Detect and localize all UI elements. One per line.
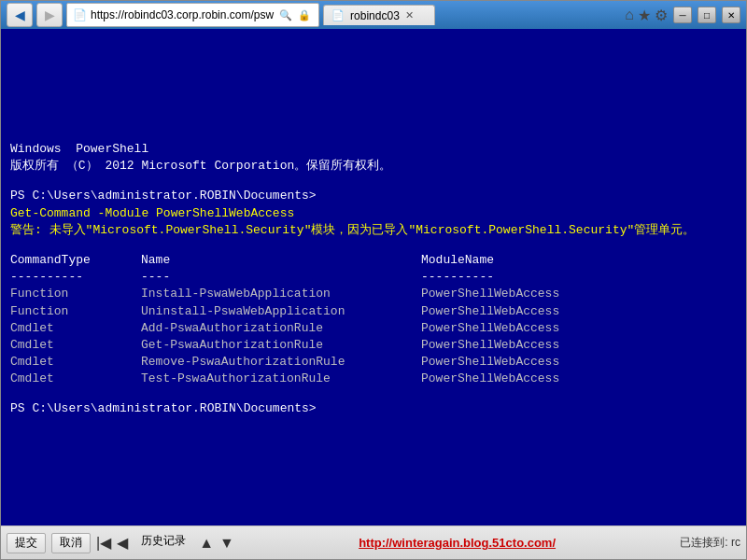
url-text: https://robindc03.corp.robin.com/psw (91, 8, 274, 21)
table-row: Cmdlet Remove-PswaAuthorizationRule Powe… (10, 354, 737, 371)
blog-link[interactable]: http://winteragain.blog.51cto.com/ (240, 536, 674, 550)
row-module: PowerShellWebAccess (421, 337, 559, 354)
ps-header2: 版权所有 （C） 2012 Microsoft Corporation。保留所有… (10, 158, 737, 175)
page-icon: 📄 (73, 8, 87, 21)
col-header-module: ModuleName (421, 252, 494, 269)
settings-icon[interactable]: ⚙ (655, 7, 668, 24)
sep1: ---------- (10, 269, 141, 286)
browser-window: ◀ ▶ 📄 https://robindc03.corp.robin.com/p… (0, 0, 747, 560)
ps-prompt1: PS C:\Users\administrator.ROBIN\Document… (10, 188, 737, 204)
col-header-type: CommandType (10, 252, 141, 269)
row-name: Install-PswaWebApplication (141, 286, 421, 302)
address-icons: 🔍 🔒 (277, 9, 313, 21)
cancel-button[interactable]: 取消 (51, 533, 91, 553)
row-name: Uninstall-PswaWebApplication (141, 303, 421, 320)
back-button[interactable]: ◀ (7, 3, 33, 27)
tab-close-button[interactable]: ✕ (405, 9, 414, 21)
table-header: CommandType Name ModuleName (10, 252, 737, 269)
search-icon[interactable]: 🔍 (277, 9, 294, 21)
history-label: 历史记录 (134, 533, 193, 553)
lock-icon: 🔒 (296, 9, 313, 21)
ps-command: Get-Command -Module PowerShellWebAccess (10, 205, 737, 222)
table-separator: ---------- ---- ---------- (10, 269, 737, 286)
statusbar: 提交 取消 |◀ ◀ 历史记录 ▲ ▼ http://winteragain.b… (1, 525, 746, 559)
row-name: Test-PswaAuthorizationRule (141, 371, 421, 387)
table-row: Cmdlet Test-PswaAuthorizationRule PowerS… (10, 371, 737, 387)
row-type: Cmdlet (10, 337, 141, 354)
col-header-name: Name (141, 252, 421, 269)
forward-button[interactable]: ▶ (36, 3, 63, 27)
ps-header1: Windows PowerShell (10, 141, 737, 158)
row-module: PowerShellWebAccess (421, 286, 559, 302)
row-module: PowerShellWebAccess (421, 354, 559, 371)
row-type: Cmdlet (10, 354, 141, 371)
row-name: Remove-PswaAuthorizationRule (141, 354, 421, 371)
row-name: Get-PswaAuthorizationRule (141, 337, 421, 354)
titlebar: ◀ ▶ 📄 https://robindc03.corp.robin.com/p… (1, 1, 746, 29)
row-module: PowerShellWebAccess (421, 303, 559, 320)
nav-next-icon[interactable]: ▲ (199, 535, 214, 552)
home-icon[interactable]: ⌂ (625, 7, 634, 23)
ps-warning: 警告: 未导入"Microsoft.PowerShell.Security"模块… (10, 222, 737, 239)
row-type: Function (10, 303, 141, 320)
nav-first-icon[interactable]: |◀ (96, 534, 111, 552)
minimize-button[interactable]: ─ (673, 7, 692, 23)
ie-icons: ⌂ ★ ⚙ (625, 7, 668, 24)
nav-last-icon[interactable]: ▼ (219, 535, 234, 552)
table-row: Cmdlet Get-PswaAuthorizationRule PowerSh… (10, 337, 737, 354)
maximize-button[interactable]: □ (698, 7, 716, 23)
close-button[interactable]: ✕ (722, 7, 740, 23)
address-bar[interactable]: 📄 https://robindc03.corp.robin.com/psw 🔍… (66, 3, 319, 27)
favorites-icon[interactable]: ★ (638, 7, 651, 24)
tab-label: robindc03 (350, 9, 400, 22)
table-row: Function Install-PswaWebApplication Powe… (10, 286, 737, 302)
nav-prev-icon[interactable]: ◀ (117, 534, 128, 552)
table-row: Function Uninstall-PswaWebApplication Po… (10, 303, 737, 320)
row-type: Cmdlet (10, 320, 141, 337)
powershell-terminal[interactable]: Windows PowerShell 版权所有 （C） 2012 Microso… (1, 29, 746, 525)
tab-page-icon: 📄 (331, 9, 345, 21)
row-module: PowerShellWebAccess (421, 320, 559, 337)
sep3: ---------- (421, 269, 494, 286)
connection-status: 已连接到: rc (680, 535, 740, 551)
row-name: Add-PswaAuthorizationRule (141, 320, 421, 337)
submit-button[interactable]: 提交 (7, 533, 46, 553)
ps-prompt2: PS C:\Users\administrator.ROBIN\Document… (10, 400, 737, 417)
sep2: ---- (141, 269, 421, 286)
browser-tab[interactable]: 📄 robindc03 ✕ (323, 5, 435, 25)
ps-table-rows: Function Install-PswaWebApplication Powe… (10, 286, 737, 387)
row-type: Function (10, 286, 141, 302)
table-row: Cmdlet Add-PswaAuthorizationRule PowerSh… (10, 320, 737, 337)
row-module: PowerShellWebAccess (421, 371, 559, 387)
row-type: Cmdlet (10, 371, 141, 387)
